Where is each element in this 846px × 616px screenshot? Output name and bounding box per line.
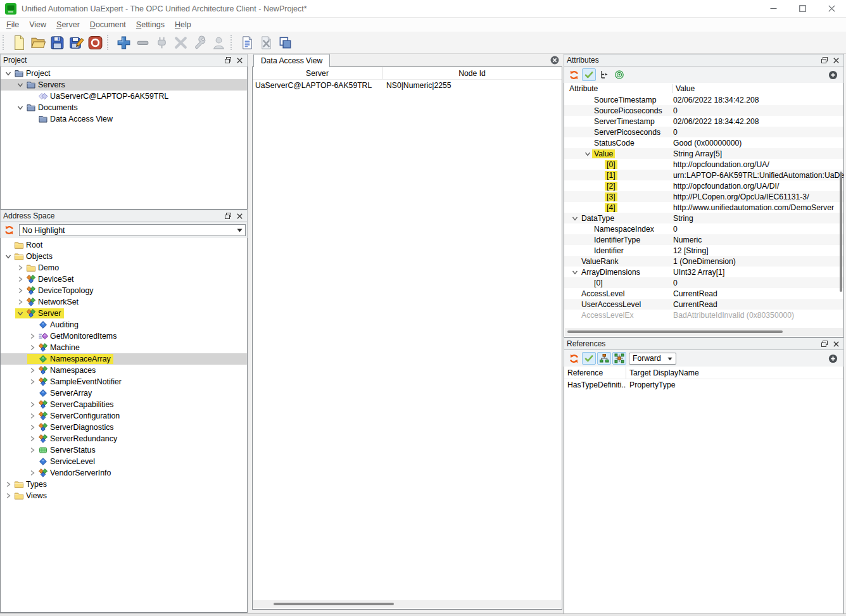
tree-item-servicelevel[interactable]: ServiceLevel: [1, 456, 247, 467]
expander-closed-icon[interactable]: [27, 434, 37, 444]
minimize-button[interactable]: [759, 0, 788, 17]
expander-closed-icon[interactable]: [27, 365, 37, 375]
attribute-row-sourcetimestamp[interactable]: SourceTimestamp02/06/2022 18:34:42.208: [564, 94, 843, 105]
attribute-row-namespaceindex[interactable]: NamespaceIndex0: [564, 223, 843, 234]
close-panel-icon[interactable]: [831, 55, 841, 65]
column-header-target-displayname[interactable]: Target DisplayName: [626, 367, 843, 379]
tree-item-server[interactable]: Server: [1, 308, 247, 319]
tree-item-uaserverc-laptop-6ak59trl[interactable]: UaServerC@LAPTOP-6AK59TRL: [1, 91, 247, 102]
expander-open-icon[interactable]: [3, 251, 13, 261]
add-custom-attribute-button[interactable]: [826, 68, 840, 81]
scrollbar-thumb[interactable]: [567, 330, 783, 333]
float-panel-icon[interactable]: [223, 211, 233, 221]
column-header-server[interactable]: Server: [253, 67, 382, 79]
attribute-row-0[interactable]: [0]0: [564, 277, 843, 288]
network-button[interactable]: [612, 352, 626, 365]
open-project-button[interactable]: [28, 33, 47, 52]
attribute-row-accesslevelex[interactable]: AccessLevelExBadAttributeIdInvalid (0x80…: [564, 310, 843, 320]
expander-open-icon[interactable]: [571, 267, 579, 277]
attribute-row-identifier[interactable]: Identifier12 [String]: [564, 245, 843, 256]
attribute-row-0[interactable]: [0]http://opcfoundation.org/UA/: [564, 159, 843, 170]
highlight-filter-select[interactable]: No Highlight: [19, 224, 246, 236]
attribute-row-servertimestamp[interactable]: ServerTimestamp02/06/2022 18:34:42.208: [564, 116, 843, 127]
ok-button[interactable]: [582, 352, 596, 365]
tab-data-access-view[interactable]: Data Access View: [253, 54, 330, 67]
close-button[interactable]: [817, 0, 846, 17]
menu-document[interactable]: Document: [85, 19, 131, 30]
expander-open-icon[interactable]: [15, 103, 25, 113]
add-document-button[interactable]: [237, 33, 256, 52]
float-panel-icon[interactable]: [223, 55, 233, 65]
refresh-icon[interactable]: [2, 224, 16, 237]
menu-file[interactable]: File: [1, 19, 24, 30]
expander-closed-icon[interactable]: [3, 479, 13, 489]
toolbar-grip-handle[interactable]: [3, 35, 6, 50]
attribute-row-3[interactable]: [3]http://PLCopen.org/OpcUa/IEC61131-3/: [564, 191, 843, 202]
tree-item-objects[interactable]: Objects: [1, 251, 247, 262]
expander-closed-icon[interactable]: [3, 491, 13, 501]
attribute-row-2[interactable]: [2]http://opcfoundation.org/UA/DI/: [564, 180, 843, 191]
menu-settings[interactable]: Settings: [131, 19, 170, 30]
tree-item-serverstatus[interactable]: ServerStatus: [1, 444, 247, 456]
expander-closed-icon[interactable]: [27, 343, 37, 353]
close-panel-icon[interactable]: [234, 55, 244, 65]
attribute-row-serverpicoseconds[interactable]: ServerPicoseconds0: [564, 127, 843, 137]
attribute-row-1[interactable]: [1]urn:LAPTOP-6AK59TRL:UnifiedAutomation…: [564, 170, 843, 180]
expander-closed-icon[interactable]: [15, 263, 25, 273]
reference-row[interactable]: HasTypeDefiniti...PropertyType: [564, 379, 843, 391]
expander-closed-icon[interactable]: [27, 445, 37, 455]
tree-item-machine[interactable]: Machine: [1, 342, 247, 353]
close-panel-icon[interactable]: [234, 211, 244, 221]
target-button[interactable]: [612, 68, 626, 81]
expander-closed-icon[interactable]: [27, 468, 37, 478]
close-tab-icon[interactable]: [550, 56, 559, 65]
attribute-row-valuerank[interactable]: ValueRank1 (OneDimension): [564, 256, 843, 267]
save-project-as-button[interactable]: [66, 33, 85, 52]
attribute-row-statuscode[interactable]: StatusCodeGood (0x00000000): [564, 137, 843, 148]
expander-closed-icon[interactable]: [27, 422, 37, 432]
tree-item-serverredundancy[interactable]: ServerRedundancy: [1, 433, 247, 444]
tree-item-serverarray[interactable]: ServerArray: [1, 387, 247, 399]
tree-item-project[interactable]: Project: [1, 68, 247, 79]
orgchart-button[interactable]: [597, 352, 611, 365]
column-header-attribute[interactable]: Attribute: [564, 84, 673, 93]
float-panel-icon[interactable]: [819, 55, 830, 65]
expander-open-icon[interactable]: [583, 149, 592, 159]
tree-item-auditing[interactable]: Auditing: [1, 319, 247, 330]
menu-server[interactable]: Server: [51, 19, 85, 30]
refresh-button[interactable]: [567, 352, 581, 365]
tree-item-views[interactable]: Views: [1, 490, 247, 501]
expander-closed-icon[interactable]: [15, 274, 25, 284]
expander-closed-icon[interactable]: [15, 286, 25, 296]
tree-item-types[interactable]: Types: [1, 479, 247, 490]
tree-item-vendorserverinfo[interactable]: VendorServerInfo: [1, 467, 247, 479]
new-project-button[interactable]: [9, 33, 28, 52]
reference-direction-select[interactable]: Forward: [629, 353, 676, 365]
attribute-row-arraydimensions[interactable]: ArrayDimensionsUInt32 Array[1]: [564, 267, 843, 277]
column-header-reference[interactable]: Reference: [564, 367, 626, 379]
expander-closed-icon[interactable]: [27, 331, 37, 341]
attribute-row-datatype[interactable]: DataTypeString: [564, 213, 843, 223]
remove-server-button[interactable]: [133, 33, 152, 52]
attribute-row-useraccesslevel[interactable]: UserAccessLevelCurrentRead: [564, 299, 843, 310]
scrollbar-thumb[interactable]: [274, 603, 394, 605]
close-panel-icon[interactable]: [831, 339, 841, 349]
tree-item-serverdiagnostics[interactable]: ServerDiagnostics: [1, 422, 247, 433]
expander-closed-icon[interactable]: [27, 377, 37, 387]
new-window-button[interactable]: [275, 33, 294, 52]
vertical-scrollbar-thumb[interactable]: [840, 172, 842, 292]
attribute-row-sourcepicoseconds[interactable]: SourcePicoseconds0: [564, 105, 843, 116]
tree-item-data-access-view[interactable]: Data Access View: [1, 113, 247, 125]
expander-open-icon[interactable]: [3, 68, 13, 79]
tree-item-sampleeventnotifier[interactable]: SampleEventNotifier: [1, 376, 247, 387]
tree-item-demo[interactable]: Demo: [1, 262, 247, 273]
tree-item-getmonitoreditems[interactable]: GetMonitoredItems: [1, 330, 247, 342]
exit-button[interactable]: [85, 33, 104, 52]
tree-item-devicetopology[interactable]: DeviceTopology: [1, 285, 247, 296]
menu-view[interactable]: View: [24, 19, 51, 30]
tree-item-documents[interactable]: Documents: [1, 102, 247, 113]
tree-item-deviceset[interactable]: DeviceSet: [1, 273, 247, 285]
attribute-row-4[interactable]: [4]http://www.unifiedautomation.com/Demo…: [564, 202, 843, 213]
horizontal-scrollbar[interactable]: [565, 328, 843, 336]
expander-open-icon[interactable]: [15, 80, 25, 90]
